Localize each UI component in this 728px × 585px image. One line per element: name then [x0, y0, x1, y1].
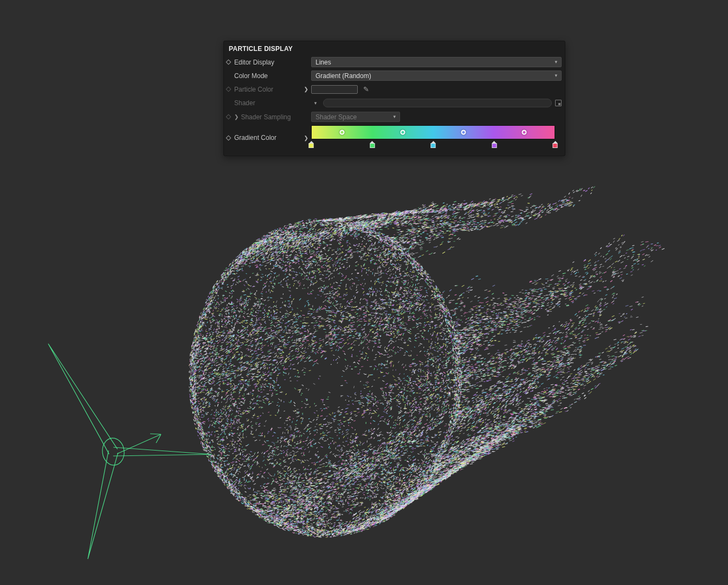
iconslot: [227, 136, 234, 140]
row-particle-color: Particle Color ❯ ✎: [224, 82, 565, 96]
keyframe-diamond-icon[interactable]: [226, 60, 231, 65]
shader-labelcol: Shader: [227, 99, 311, 107]
particle-color-labelcol: Particle Color ❯: [227, 86, 311, 93]
color-mode-control: Gradient (Random) ▾: [311, 70, 565, 81]
keyframe-diamond-icon[interactable]: [226, 87, 231, 92]
color-mode-labelcol: Color Mode: [227, 72, 311, 80]
editor-display-dropdown[interactable]: Lines ▾: [311, 57, 562, 67]
chevron-down-icon: ▾: [555, 60, 557, 65]
row-gradient-color: Gradient Color ❯: [224, 124, 565, 151]
gradient-editor: [311, 125, 555, 150]
row-shader: Shader ▾: [224, 96, 565, 110]
shader-link-field[interactable]: [323, 99, 552, 107]
editor-display-value: Lines: [315, 59, 331, 66]
shader-label: Shader: [234, 99, 255, 107]
editor-display-labelcol: Editor Display: [227, 59, 311, 66]
chevron-down-icon: ▾: [314, 100, 317, 106]
eyedropper-icon[interactable]: ✎: [363, 86, 369, 93]
row-shader-sampling: ❯ Shader Sampling Shader Space ▾: [224, 110, 565, 124]
iconslot: [227, 115, 234, 119]
particle-color-label: Particle Color: [234, 86, 273, 93]
browse-file-icon[interactable]: [555, 100, 562, 106]
color-mode-dropdown[interactable]: Gradient (Random) ▾: [311, 70, 562, 81]
color-mode-value: Gradient (Random): [315, 72, 371, 80]
gradient-bias-knot[interactable]: [340, 130, 345, 135]
expander-chevron-icon[interactable]: ❯: [234, 114, 239, 120]
particle-color-control: ✎: [311, 85, 565, 94]
shader-sampling-labelcol: ❯ Shader Sampling: [227, 113, 311, 121]
chevron-down-icon: ▾: [393, 114, 396, 119]
gradient-stop-handle[interactable]: [553, 143, 558, 148]
gradient-bias-knot[interactable]: [522, 130, 527, 135]
editor-display-control: Lines ▾: [311, 57, 565, 67]
gradient-handles-track: [311, 141, 555, 150]
shader-sampling-control: Shader Space ▾: [311, 112, 565, 122]
shader-space-value: Shader Space: [315, 113, 357, 121]
particle-color-swatch-field[interactable]: [311, 85, 358, 94]
gradient-bar[interactable]: [311, 125, 555, 139]
editor-display-label: Editor Display: [234, 59, 274, 66]
row-color-mode: Color Mode Gradient (Random) ▾: [224, 69, 565, 82]
shader-sampling-label: Shader Sampling: [241, 113, 291, 121]
gradient-stop-handle[interactable]: [309, 143, 314, 148]
expander-chevron-icon[interactable]: ❯: [304, 86, 308, 92]
iconslot: [227, 60, 234, 64]
gradient-color-label: Gradient Color: [234, 134, 276, 142]
expander-chevron-icon[interactable]: ❯: [304, 135, 308, 141]
row-editor-display: Editor Display Lines ▾: [224, 55, 565, 69]
color-mode-label: Color Mode: [234, 72, 268, 80]
chevron-down-icon: ▾: [555, 73, 557, 78]
gradient-stop-handle[interactable]: [431, 143, 436, 148]
gradient-stop-handle[interactable]: [370, 143, 375, 148]
keyframe-diamond-icon[interactable]: [226, 135, 231, 140]
gradient-color-labelcol: Gradient Color ❯: [227, 134, 311, 142]
shader-space-dropdown[interactable]: Shader Space ▾: [311, 112, 400, 122]
iconslot: [227, 87, 234, 91]
gradient-bias-knot[interactable]: [461, 130, 466, 135]
shader-type-dropdown[interactable]: ▾: [311, 99, 320, 107]
keyframe-diamond-icon[interactable]: [226, 114, 231, 120]
shader-control: ▾: [311, 99, 565, 107]
panel-title: PARTICLE DISPLAY: [224, 41, 565, 55]
particle-display-panel: PARTICLE DISPLAY Editor Display Lines ▾ …: [223, 41, 565, 156]
gradient-bias-knot[interactable]: [401, 130, 405, 135]
gradient-stop-handle[interactable]: [492, 143, 497, 148]
gradient-color-control: [311, 125, 565, 150]
